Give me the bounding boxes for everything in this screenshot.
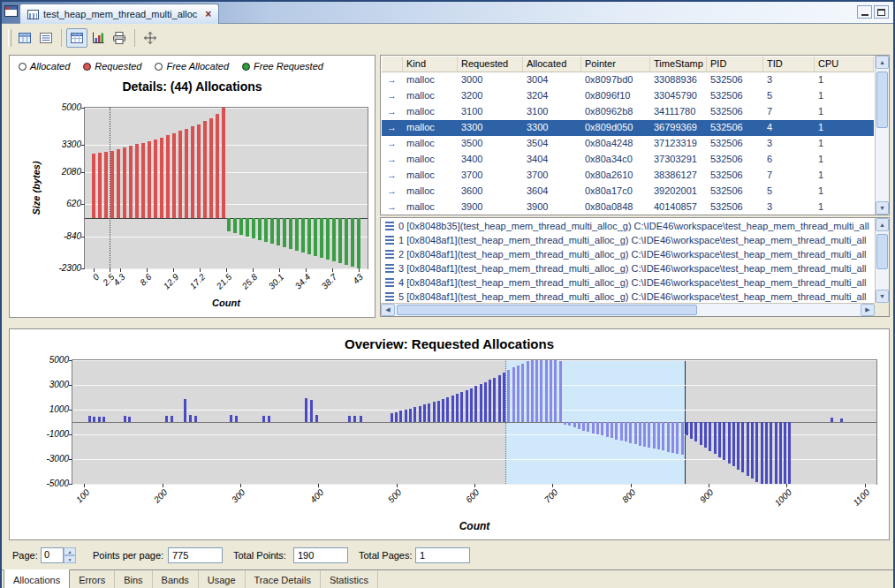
bar: [775, 422, 777, 484]
table-row[interactable]: →malloc330033000x809d0503679936953250641: [382, 120, 874, 136]
trace-row[interactable]: 5 [0x8048af1](test_heap_mem_thread_multi…: [382, 290, 874, 302]
bar: [747, 422, 749, 476]
scroll-down-button[interactable]: ▼: [876, 201, 889, 215]
bar: [531, 360, 534, 422]
trace-horizontal-scrollbar[interactable]: ◀ ▶: [381, 303, 875, 316]
table-cell: 7: [763, 104, 815, 120]
tab-statistics[interactable]: Statistics: [321, 570, 378, 588]
trace-row[interactable]: 4 [0x8048af1](test_heap_mem_thread_multi…: [382, 275, 874, 290]
tab-trace-details[interactable]: Trace Details: [246, 570, 321, 588]
column-header-icon: [382, 57, 403, 72]
bar: [653, 422, 656, 449]
maximize-button[interactable]: [874, 5, 889, 19]
trace-row[interactable]: 2 [0x8048af1](test_heap_mem_thread_multi…: [382, 247, 874, 261]
bar: [320, 218, 323, 258]
toolbar-drag-handle[interactable]: [8, 29, 11, 47]
scroll-up-button[interactable]: ▲: [876, 56, 889, 69]
table-cell: 3604: [523, 184, 581, 200]
table-row[interactable]: →malloc360036040x80a17c03920200153250651: [382, 184, 874, 200]
bar: [489, 380, 491, 422]
list-view-button[interactable]: [35, 28, 57, 48]
y-tick-mark: [69, 410, 72, 411]
print-button[interactable]: [109, 28, 130, 48]
scroll-right-button[interactable]: ▶: [861, 304, 875, 316]
table-view-button[interactable]: [66, 28, 87, 48]
y-tick-mark: [69, 484, 72, 485]
trace-row[interactable]: 0 [0x8048b35](test_heap_mem_thread_multi…: [382, 219, 874, 233]
bar: [788, 422, 791, 484]
spinner-up-icon: ▲: [68, 549, 72, 554]
scrollbar-thumb[interactable]: [876, 234, 888, 269]
tab-usage[interactable]: Usage: [199, 570, 246, 588]
tab-errors[interactable]: Errors: [70, 570, 115, 588]
chart-view-button[interactable]: [87, 28, 109, 48]
scrollbar-track[interactable]: [876, 232, 889, 289]
legend-item-free-requested[interactable]: Free Requested: [242, 61, 323, 72]
fit-range-button[interactable]: [140, 28, 161, 48]
column-header-cpu[interactable]: CPU: [815, 57, 874, 72]
legend-item-requested[interactable]: Requested: [83, 61, 141, 72]
trace-vertical-scrollbar[interactable]: ▲ ▼: [875, 218, 889, 303]
table-row[interactable]: →malloc350035040x80a42483712331953250631: [382, 136, 874, 152]
bar: [474, 386, 477, 422]
bar: [667, 422, 670, 452]
table-row[interactable]: →malloc390039000x80a08484014085753250631: [382, 200, 874, 214]
column-header-allocated[interactable]: Allocated: [523, 57, 581, 72]
table-row[interactable]: →malloc310031000x80962b83411178053250671: [382, 104, 874, 120]
column-header-kind[interactable]: Kind: [403, 57, 458, 72]
scrollbar-track[interactable]: [395, 304, 861, 316]
table-cell: 37303291: [650, 152, 707, 168]
scroll-up-button[interactable]: ▲: [876, 218, 889, 231]
tab-bands[interactable]: Bands: [153, 570, 199, 588]
bar: [470, 388, 473, 422]
column-header-requested[interactable]: Requested: [458, 57, 523, 72]
table-cell: 3100: [523, 104, 581, 120]
bar: [718, 422, 721, 457]
editor-tab[interactable]: test_heap_mem_thread_multi_alloc ×: [19, 4, 219, 24]
points-per-page-input[interactable]: 775: [168, 547, 223, 563]
table-row[interactable]: →malloc340034040x80a34c03730329153250661: [382, 152, 874, 168]
alloc-row-icon-cell: →: [382, 200, 403, 214]
tab-close-icon[interactable]: ×: [205, 8, 211, 20]
scroll-left-button[interactable]: ◀: [381, 304, 395, 316]
column-header-tid[interactable]: TID: [763, 57, 815, 72]
bar: [110, 151, 114, 218]
tab-allocations[interactable]: Allocations: [4, 569, 70, 588]
table-row[interactable]: →malloc320032040x8096f103304579053250651: [382, 88, 874, 104]
column-header-timestamp[interactable]: TimeStamp: [650, 57, 707, 72]
minimize-button[interactable]: [857, 5, 872, 19]
scrollbar-track[interactable]: [876, 70, 889, 200]
details-plot-area[interactable]: 500033002080620-840-230002.54.38.612.917…: [84, 107, 368, 269]
grid-view-button[interactable]: [14, 28, 35, 48]
column-header-pointer[interactable]: Pointer: [581, 57, 650, 72]
page-spinner[interactable]: 0 ▲ ▼: [41, 547, 76, 563]
bar: [512, 367, 515, 422]
table-row[interactable]: →malloc300030040x8097bd03308893653250631: [382, 72, 874, 88]
overview-plot-area[interactable]: 500030001000-1000-3000-50001002003004005…: [72, 359, 877, 485]
trace-row[interactable]: 3 [0x8048af1](test_heap_mem_thread_multi…: [382, 261, 874, 275]
total-pages-field[interactable]: 1: [415, 547, 470, 563]
column-header-pid[interactable]: PID: [707, 57, 763, 72]
legend-item-free-allocated[interactable]: Free Allocated: [155, 61, 229, 72]
table-cell: 3: [763, 200, 815, 214]
table-cell: malloc: [403, 88, 458, 104]
spinner-up-button[interactable]: ▲: [64, 547, 76, 555]
bar: [413, 407, 416, 422]
window-icon[interactable]: [4, 5, 18, 17]
tab-bins[interactable]: Bins: [115, 570, 152, 588]
table-cell: 0x80a34c0: [581, 152, 650, 168]
spinner-down-button[interactable]: ▼: [64, 555, 76, 563]
legend-color-icon: [83, 63, 91, 71]
trace-row[interactable]: 1 [0x8048af1](test_heap_mem_thread_multi…: [382, 233, 874, 247]
stack-frame-icon: [385, 222, 394, 230]
scrollbar-thumb[interactable]: [397, 305, 697, 315]
table-row[interactable]: →malloc370037000x80a26103838612753250671: [382, 168, 874, 184]
stack-frame-icon: [385, 250, 394, 259]
scroll-down-button[interactable]: ▼: [876, 290, 889, 303]
alloc-table-vertical-scrollbar[interactable]: ▲ ▼: [875, 56, 889, 215]
total-points-field[interactable]: 190: [293, 547, 348, 563]
page-input[interactable]: 0: [41, 547, 64, 563]
legend-item-allocated[interactable]: Allocated: [19, 61, 70, 72]
alloc-row-icon-cell: →: [382, 168, 403, 184]
scrollbar-thumb[interactable]: [876, 72, 888, 128]
